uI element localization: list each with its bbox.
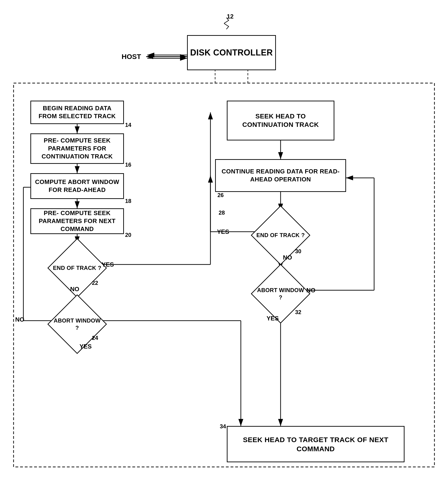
pre-compute-cont-box: PRE- COMPUTE SEEK PARAMETERS FOR CONTINU…: [30, 133, 124, 164]
host-label: HOST: [122, 53, 141, 61]
ref12-zigzag: [224, 18, 231, 29]
ref-16: 16: [125, 161, 131, 168]
yes-label-aw-left: YES: [80, 343, 92, 350]
compute-abort-box: COMPUTE ABORT WINDOW FOR READ-AHEAD: [30, 173, 124, 199]
ref-32: 32: [295, 309, 301, 316]
ref-34: 34: [220, 423, 226, 430]
ref-30: 30: [295, 248, 301, 255]
no-label-aw-right: NO: [306, 287, 315, 294]
disk-controller-box: DISK CONTROLLER: [187, 35, 276, 70]
seek-continuation-box: SEEK HEAD TO CONTINUATION TRACK: [227, 101, 334, 140]
ref-18: 18: [125, 198, 131, 204]
no-label-eot-right: NO: [283, 254, 292, 261]
pre-compute-next-box: PRE- COMPUTE SEEK PARAMETERS FOR NEXT CO…: [30, 208, 124, 234]
ref-22: 22: [92, 280, 98, 286]
no-label-aw-left: NO: [15, 316, 24, 323]
continue-reading-box: CONTINUE READING DATA FOR READ-AHEAD OPE…: [215, 159, 346, 192]
yes-label-eot-left: YES: [102, 261, 114, 268]
abort-window-left-diamond: ABORT WINDOW ?: [52, 300, 102, 349]
seek-target-box: SEEK HEAD TO TARGET TRACK OF NEXT COMMAN…: [227, 426, 405, 462]
ref-26: 26: [217, 192, 224, 198]
yes-label-eot-right: YES: [217, 228, 229, 235]
no-label-eot-left: NO: [70, 286, 79, 293]
ref-14: 14: [125, 122, 131, 128]
ref-28: 28: [219, 209, 225, 216]
begin-reading-box: BEGIN READING DATA FROM SELECTED TRACK: [30, 101, 124, 124]
ref-24: 24: [92, 335, 98, 341]
ref-20: 20: [125, 232, 131, 238]
connector-svg: [0, 0, 448, 477]
yes-label-aw-right: YES: [267, 315, 279, 322]
diagram: 12 DISK CONTROLLER HOST BEGIN READING DA…: [0, 0, 448, 477]
